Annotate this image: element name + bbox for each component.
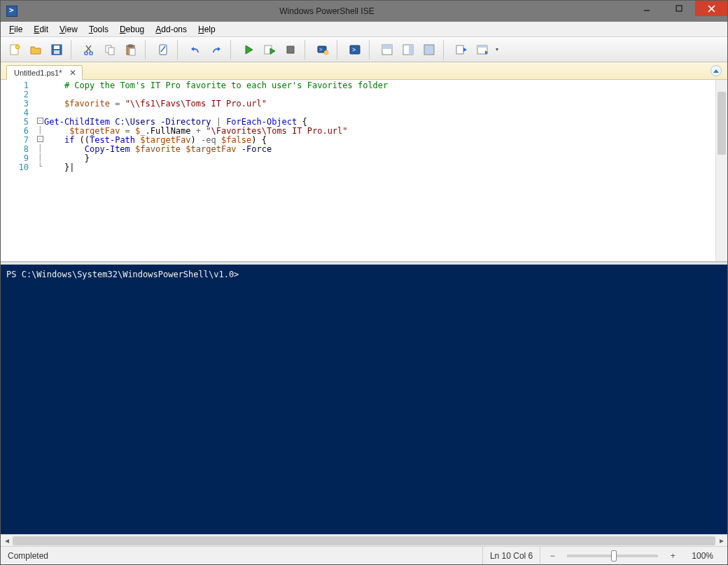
svg-marker-21 bbox=[246, 46, 253, 54]
menu-edit[interactable]: Edit bbox=[29, 23, 52, 36]
toolbar-overflow-icon[interactable]: ▾ bbox=[493, 46, 500, 53]
svg-rect-33 bbox=[409, 45, 413, 55]
cut-button[interactable] bbox=[79, 40, 99, 60]
layout-script-max-button[interactable] bbox=[419, 40, 439, 60]
svg-rect-32 bbox=[403, 45, 413, 55]
svg-rect-6 bbox=[52, 45, 62, 55]
scroll-right-icon[interactable]: ▸ bbox=[715, 535, 727, 547]
copy-button[interactable] bbox=[100, 40, 120, 60]
zoom-slider-knob[interactable] bbox=[611, 550, 617, 561]
run-button[interactable] bbox=[239, 40, 258, 60]
console-pane[interactable]: PS C:\Windows\System32\WindowsPowerShell… bbox=[1, 265, 727, 534]
svg-rect-16 bbox=[129, 45, 132, 47]
minimize-button[interactable] bbox=[631, 1, 663, 16]
window-title: Windows PowerShell ISE bbox=[23, 6, 631, 16]
close-button[interactable] bbox=[695, 1, 727, 16]
svg-point-12 bbox=[90, 51, 92, 54]
statusbar: Completed Ln 10 Col 6 − + 100% bbox=[1, 546, 727, 564]
menu-addons[interactable]: Add-ons bbox=[151, 23, 191, 36]
save-button[interactable] bbox=[47, 40, 66, 60]
svg-point-5 bbox=[15, 45, 20, 49]
svg-rect-14 bbox=[108, 48, 114, 55]
svg-line-10 bbox=[86, 46, 91, 52]
toolbar-separator bbox=[177, 40, 181, 60]
editor-vertical-scrollbar[interactable] bbox=[715, 80, 727, 261]
show-command-button[interactable] bbox=[472, 40, 492, 60]
open-button[interactable] bbox=[26, 40, 46, 60]
zoom-in-button[interactable]: + bbox=[668, 551, 678, 561]
svg-marker-39 bbox=[485, 50, 488, 55]
undo-button[interactable] bbox=[186, 40, 205, 60]
svg-point-11 bbox=[85, 51, 88, 54]
toolbar-separator bbox=[230, 40, 234, 60]
svg-rect-4 bbox=[10, 45, 18, 55]
app-window: Windows PowerShell ISE File Edit View To… bbox=[0, 0, 728, 565]
svg-marker-20 bbox=[218, 47, 220, 51]
close-tab-icon[interactable]: ✕ bbox=[68, 68, 78, 78]
svg-rect-28 bbox=[350, 46, 360, 54]
layout-script-right-button[interactable] bbox=[398, 40, 418, 60]
svg-rect-25 bbox=[318, 46, 326, 53]
editor-code-area[interactable]: # Copy the Tom's IT Pro favorite to each… bbox=[44, 80, 715, 261]
titlebar[interactable]: Windows PowerShell ISE bbox=[1, 1, 727, 22]
svg-text:>: > bbox=[352, 46, 356, 53]
menu-debug[interactable]: Debug bbox=[115, 23, 148, 36]
editor-gutter: 12345678910 bbox=[1, 80, 36, 261]
new-remote-tab-button[interactable]: > bbox=[313, 40, 332, 60]
fold-toggle-icon[interactable]: - bbox=[37, 136, 43, 142]
editor-fold-column[interactable]: -│-││└ bbox=[36, 80, 44, 261]
svg-rect-37 bbox=[477, 46, 487, 54]
toolbar-separator bbox=[145, 40, 149, 60]
scrollbar-thumb[interactable] bbox=[13, 536, 715, 545]
svg-rect-38 bbox=[477, 46, 487, 48]
scrollbar-track[interactable] bbox=[13, 535, 715, 547]
paste-button[interactable] bbox=[121, 40, 141, 60]
svg-rect-18 bbox=[160, 45, 167, 55]
menu-view[interactable]: View bbox=[55, 23, 82, 36]
zoom-out-button[interactable]: − bbox=[547, 551, 557, 561]
stop-button[interactable] bbox=[281, 40, 300, 60]
svg-rect-34 bbox=[424, 45, 434, 55]
toolbar-separator bbox=[71, 40, 75, 60]
svg-text:>: > bbox=[319, 46, 323, 53]
toolbar-separator bbox=[369, 40, 373, 60]
app-icon bbox=[6, 6, 18, 17]
svg-line-3 bbox=[708, 6, 715, 12]
zoom-control: − + bbox=[540, 547, 685, 564]
toolbar: > > ▾ bbox=[1, 37, 727, 62]
toolbar-separator bbox=[337, 40, 341, 60]
svg-line-9 bbox=[86, 46, 91, 52]
menu-help[interactable]: Help bbox=[194, 23, 220, 36]
new-button[interactable] bbox=[5, 40, 24, 60]
toolbar-separator bbox=[443, 40, 447, 60]
svg-rect-1 bbox=[676, 6, 682, 11]
script-editor[interactable]: 12345678910 -│-││└ # Copy the Tom's IT P… bbox=[1, 80, 727, 262]
script-tab-label: Untitled1.ps1* bbox=[14, 69, 62, 77]
zoom-slider[interactable] bbox=[567, 554, 658, 557]
start-powershell-button[interactable]: > bbox=[345, 40, 365, 60]
redo-button[interactable] bbox=[206, 40, 226, 60]
run-selection-button[interactable] bbox=[260, 40, 279, 60]
menu-file[interactable]: File bbox=[5, 23, 27, 36]
svg-point-27 bbox=[324, 50, 328, 55]
script-tab[interactable]: Untitled1.ps1* ✕ bbox=[6, 65, 83, 80]
svg-rect-35 bbox=[456, 46, 463, 54]
expand-script-pane-button[interactable] bbox=[710, 65, 722, 76]
svg-rect-31 bbox=[382, 45, 392, 49]
svg-rect-15 bbox=[127, 46, 134, 55]
menu-tools[interactable]: Tools bbox=[85, 23, 113, 36]
window-controls bbox=[631, 1, 727, 22]
show-command-addon-button[interactable] bbox=[451, 40, 471, 60]
layout-script-top-button[interactable] bbox=[377, 40, 397, 60]
svg-rect-30 bbox=[382, 45, 392, 55]
svg-marker-36 bbox=[463, 48, 467, 52]
scroll-left-icon[interactable]: ◂ bbox=[1, 535, 13, 547]
svg-rect-24 bbox=[287, 46, 294, 53]
clear-button[interactable] bbox=[153, 40, 173, 60]
svg-line-2 bbox=[708, 6, 715, 12]
console-horizontal-scrollbar[interactable]: ◂ ▸ bbox=[1, 534, 727, 546]
scrollbar-thumb[interactable] bbox=[718, 92, 726, 155]
maximize-button[interactable] bbox=[663, 1, 695, 16]
zoom-value: 100% bbox=[685, 547, 720, 564]
fold-toggle-icon[interactable]: - bbox=[37, 118, 43, 124]
